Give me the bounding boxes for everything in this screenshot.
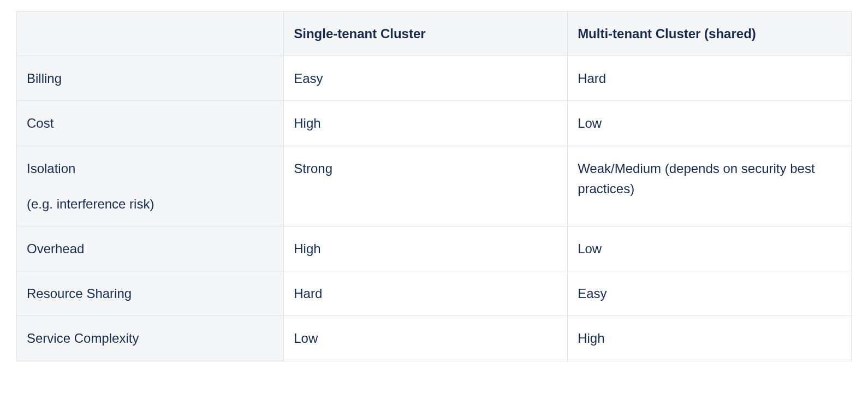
row-label: Billing — [17, 56, 284, 101]
cell-single-tenant: Low — [284, 316, 568, 361]
table-header-row: Single-tenant Cluster Multi-tenant Clust… — [17, 11, 852, 56]
header-multi-tenant: Multi-tenant Cluster (shared) — [568, 11, 852, 56]
cell-single-tenant: Strong — [284, 146, 568, 226]
row-label-text: Isolation — [27, 161, 75, 176]
table-row: Resource SharingHardEasy — [17, 271, 852, 316]
row-label: Resource Sharing — [17, 271, 284, 316]
cell-multi-tenant: Low — [568, 226, 852, 271]
row-label: Isolation(e.g. interference risk) — [17, 146, 284, 226]
row-label-text: Cost — [27, 116, 53, 130]
cell-single-tenant: Easy — [284, 56, 568, 101]
row-label: Service Complexity — [17, 316, 284, 361]
header-empty — [17, 11, 284, 56]
table-row: Isolation(e.g. interference risk)StrongW… — [17, 146, 852, 226]
row-label: Cost — [17, 101, 284, 146]
cell-multi-tenant: Low — [568, 101, 852, 146]
row-label-text: Overhead — [27, 241, 84, 256]
table-row: Service ComplexityLowHigh — [17, 316, 852, 361]
table-row: CostHighLow — [17, 101, 852, 146]
header-single-tenant: Single-tenant Cluster — [284, 11, 568, 56]
cell-multi-tenant: Easy — [568, 271, 852, 316]
cell-multi-tenant: High — [568, 316, 852, 361]
row-label-text: Billing — [27, 71, 62, 86]
row-sublabel-text: (e.g. interference risk) — [27, 194, 274, 214]
table-row: BillingEasyHard — [17, 56, 852, 101]
comparison-table: Single-tenant Cluster Multi-tenant Clust… — [16, 11, 852, 361]
row-label: Overhead — [17, 226, 284, 271]
cell-single-tenant: Hard — [284, 271, 568, 316]
table-row: OverheadHighLow — [17, 226, 852, 271]
cell-single-tenant: High — [284, 226, 568, 271]
row-label-text: Service Complexity — [27, 331, 139, 346]
cell-multi-tenant: Hard — [568, 56, 852, 101]
cell-multi-tenant: Weak/Medium (depends on security best pr… — [568, 146, 852, 226]
cell-single-tenant: High — [284, 101, 568, 146]
row-label-text: Resource Sharing — [27, 286, 132, 301]
table-body: BillingEasyHardCostHighLowIsolation(e.g.… — [17, 56, 852, 361]
